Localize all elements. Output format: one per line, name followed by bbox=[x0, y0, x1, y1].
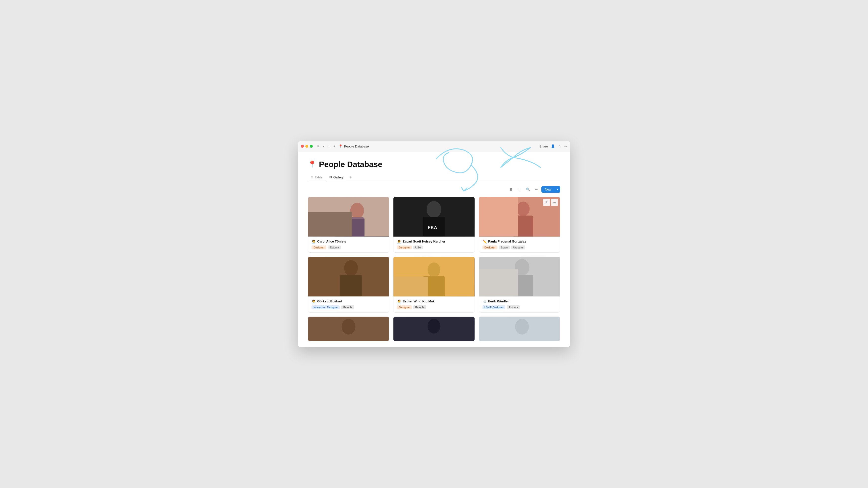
card-role-tag-4: Interaction Designer bbox=[312, 305, 340, 309]
menu-icon[interactable]: ≡ bbox=[316, 143, 320, 149]
card-tags-3: Designer Spain Uruguay bbox=[483, 245, 556, 249]
card-name-icon-4: 🧑‍💼 bbox=[312, 299, 316, 303]
svg-text:EKA: EKA bbox=[428, 225, 437, 230]
star-icon[interactable]: ☆ bbox=[558, 144, 561, 148]
card-role-tag-6: UX/UI Designer bbox=[483, 305, 505, 309]
add-view-button[interactable]: + bbox=[347, 174, 353, 181]
new-btn-arrow[interactable]: ▾ bbox=[555, 187, 560, 192]
user-icon[interactable]: 👤 bbox=[551, 144, 555, 148]
svg-rect-23 bbox=[479, 269, 518, 296]
svg-point-10 bbox=[517, 202, 529, 216]
card-image-1 bbox=[308, 197, 389, 237]
card-location-tag-3: Spain bbox=[499, 245, 510, 249]
breadcrumb: 📍 People Database bbox=[339, 144, 369, 148]
card-hover-actions-3: ✎ ··· bbox=[543, 199, 558, 206]
gallery-icon: ⊟ bbox=[329, 176, 332, 179]
page-icon: 📍 bbox=[308, 160, 316, 169]
card-location-tag-4: Estonia bbox=[341, 305, 354, 309]
svg-rect-12 bbox=[479, 197, 518, 236]
card-name-5: 🧑‍💼 Esther Wing Kiu Mak bbox=[397, 299, 471, 303]
svg-point-6 bbox=[427, 201, 441, 217]
gallery-card-3[interactable]: ✎ ··· ✏️ Paula Fregenal González Designe… bbox=[479, 197, 560, 253]
tab-table-label: Table bbox=[315, 176, 322, 179]
titlebar-actions: Share 👤 ☆ ··· bbox=[539, 144, 567, 148]
new-button[interactable]: New ▾ bbox=[541, 186, 560, 193]
filter-button[interactable]: ⊟ bbox=[508, 186, 514, 192]
back-button[interactable]: ‹ bbox=[322, 143, 326, 149]
view-tabs: ⊞ Table ⊟ Gallery + bbox=[308, 174, 560, 181]
card-role-tag-5: Designer bbox=[397, 305, 412, 309]
card-location-tag-1: Estonia bbox=[328, 245, 341, 249]
card-more-button-3[interactable]: ··· bbox=[551, 199, 558, 206]
gallery-card-9[interactable] bbox=[479, 316, 560, 341]
card-role-tag-1: Designer bbox=[312, 245, 327, 249]
close-button[interactable] bbox=[301, 145, 304, 148]
gallery-card-8[interactable] bbox=[393, 316, 474, 341]
svg-point-17 bbox=[428, 262, 440, 277]
pin-icon: 📍 bbox=[339, 144, 343, 148]
card-tags-6: UX/UI Designer Estonia bbox=[483, 305, 556, 309]
svg-point-27 bbox=[428, 319, 440, 334]
gallery-card-4[interactable]: 🧑‍💼 Görkem Bozkurt Interaction Designer … bbox=[308, 256, 389, 312]
app-window: ≡ ‹ › + 📍 People Database Share 👤 ☆ ··· … bbox=[298, 141, 570, 347]
card-tags-1: Designer Estonia bbox=[312, 245, 385, 249]
toolbar: ⊟ ↑↓ 🔍 ··· New ▾ bbox=[308, 186, 560, 193]
tab-gallery-label: Gallery bbox=[333, 176, 343, 179]
forward-button[interactable]: › bbox=[328, 143, 331, 149]
search-button[interactable]: 🔍 bbox=[524, 186, 531, 192]
card-image-5 bbox=[394, 257, 474, 297]
card-edit-button-3[interactable]: ✎ bbox=[543, 199, 550, 206]
svg-point-1 bbox=[350, 203, 364, 218]
svg-point-25 bbox=[342, 319, 355, 334]
minimize-button[interactable] bbox=[305, 145, 308, 148]
card-name-icon-2: 🧑‍💼 bbox=[397, 240, 401, 244]
card-image-6 bbox=[479, 257, 560, 297]
card-name-text-6: Eerik Kändler bbox=[488, 299, 509, 303]
card-name-text-2: Zacari Scott Heisey Kercher bbox=[403, 240, 445, 243]
card-role-tag-3: Designer bbox=[483, 245, 497, 249]
card-name-6: ☁️ Eerik Kändler bbox=[483, 299, 556, 303]
card-name-4: 🧑‍💼 Görkem Bozkurt bbox=[312, 299, 385, 303]
card-name-icon-5: 🧑‍💼 bbox=[397, 299, 401, 303]
add-page-button[interactable]: + bbox=[333, 143, 337, 149]
card-role-tag-2: Designer bbox=[397, 245, 412, 249]
svg-rect-19 bbox=[394, 277, 428, 296]
card-body-2: 🧑‍💼 Zacari Scott Heisey Kercher Designer… bbox=[394, 237, 474, 252]
card-tags-5: Designer Estonia bbox=[397, 305, 471, 309]
card-name-1: 🧑‍💼 Carol Alice Tõniste bbox=[312, 240, 385, 244]
gallery-card-1[interactable]: 🧑‍💼 Carol Alice Tõniste Designer Estonia bbox=[308, 197, 389, 253]
more-options-icon[interactable]: ··· bbox=[564, 144, 567, 148]
card-body-3: ✏️ Paula Fregenal González Designer Spai… bbox=[479, 237, 560, 252]
more-options-button[interactable]: ··· bbox=[533, 186, 539, 192]
card-location-tag-5: Estonia bbox=[413, 305, 426, 309]
svg-point-14 bbox=[344, 260, 358, 276]
gallery-card-7[interactable] bbox=[308, 316, 389, 341]
tab-gallery[interactable]: ⊟ Gallery bbox=[327, 174, 346, 181]
card-image-9 bbox=[479, 317, 560, 341]
card-name-3: ✏️ Paula Fregenal González bbox=[483, 240, 556, 244]
card-image-4 bbox=[308, 257, 389, 297]
sort-button[interactable]: ↑↓ bbox=[516, 186, 522, 192]
gallery-card-5[interactable]: 🧑‍💼 Esther Wing Kiu Mak Designer Estonia bbox=[393, 256, 474, 312]
titlebar: ≡ ‹ › + 📍 People Database Share 👤 ☆ ··· bbox=[298, 141, 570, 152]
gallery-card-6[interactable]: ☁️ Eerik Kändler UX/UI Designer Estonia bbox=[479, 256, 560, 312]
card-name-icon-6: ☁️ bbox=[483, 299, 487, 303]
card-body-1: 🧑‍💼 Carol Alice Tõniste Designer Estonia bbox=[308, 237, 389, 252]
card-image-8 bbox=[394, 317, 474, 341]
card-location2-tag-3: Uruguay bbox=[511, 245, 526, 249]
page-header: 📍 People Database bbox=[308, 160, 560, 169]
card-location-tag-2: USA bbox=[413, 245, 423, 249]
maximize-button[interactable] bbox=[310, 145, 313, 148]
card-name-text-4: Görkem Bozkurt bbox=[317, 299, 342, 303]
card-name-text-1: Carol Alice Tõniste bbox=[317, 240, 346, 243]
share-button[interactable]: Share bbox=[539, 145, 548, 148]
card-name-text-3: Paula Fregenal González bbox=[488, 240, 526, 243]
tab-table[interactable]: ⊞ Table bbox=[308, 174, 326, 181]
page-title-breadcrumb: People Database bbox=[344, 145, 369, 148]
svg-rect-4 bbox=[308, 212, 352, 236]
new-button-label: New bbox=[541, 186, 555, 193]
page-content: 📍 People Database ⊞ Table ⊟ Gallery + ⊟ … bbox=[298, 152, 570, 347]
card-location-tag-6: Estonia bbox=[507, 305, 520, 309]
card-name-icon-3: ✏️ bbox=[483, 240, 487, 244]
gallery-card-2[interactable]: EKA 🧑‍💼 Zacari Scott Heisey Kercher Desi… bbox=[393, 197, 474, 253]
